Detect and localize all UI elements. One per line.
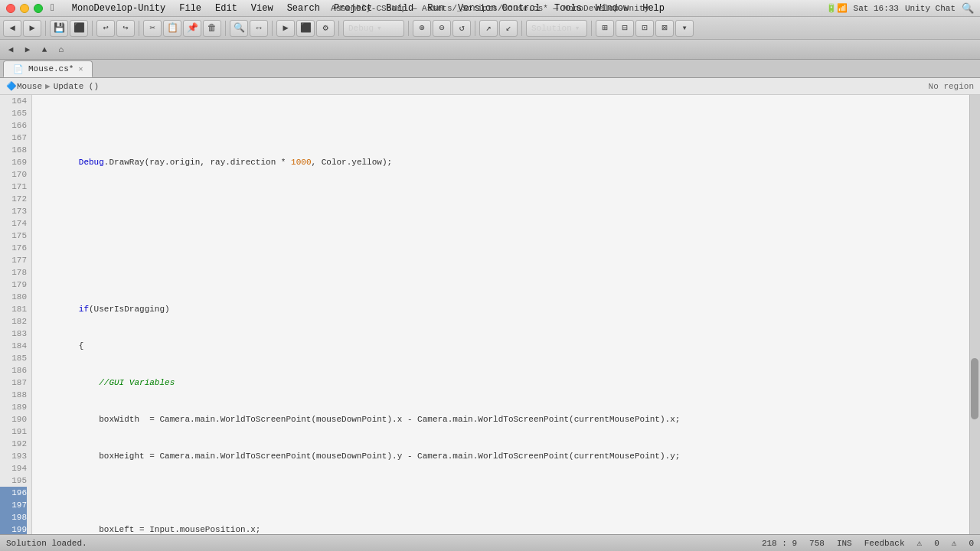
ln-175: 175 [0,230,27,242]
btn-i[interactable]: ⊠ [655,20,674,37]
status-text: Solution loaded. [6,539,87,548]
stop-button[interactable]: ⬛ [296,20,315,37]
copy-button[interactable]: 📋 [163,20,181,37]
build-button[interactable]: ▶ [276,20,295,37]
scroll-thumb[interactable] [971,358,978,419]
ln-197: 197 [0,499,27,511]
line-164 [38,119,963,132]
menu-view[interactable]: View [245,2,279,15]
sep8 [475,21,475,36]
line-numbers: 164 165 166 167 168 169 170 171 172 173 … [0,95,32,534]
ln-171: 171 [0,181,27,193]
statusbar: Solution loaded. 218 : 9 758 INS Feedbac… [0,534,980,551]
solution-dropdown[interactable]: Solution ▾ [526,20,587,37]
breadcrumb-class[interactable]: Mouse [17,82,42,91]
sep7 [408,21,409,36]
btn-j[interactable]: ▾ [675,20,694,37]
ln-174: 174 [0,217,27,230]
nav-up[interactable]: ▲ [37,42,52,57]
menu-edit[interactable]: Edit [209,2,243,15]
tools-button[interactable]: ⚙ [316,20,335,37]
nav-forward[interactable]: ▶ [20,42,35,57]
debug-dropdown[interactable]: Debug ▾ [343,20,404,37]
tab-close-button[interactable]: ✕ [78,64,83,73]
maximize-button[interactable] [34,4,43,13]
cut-button[interactable]: ✂ [143,20,162,37]
ln-169: 169 [0,156,27,168]
line-173: boxHeight = Camera.main.WorldToScreenPoi… [38,450,963,462]
btn-g[interactable]: ⊟ [616,20,634,37]
code-editor[interactable]: Debug.DrawRay(ray.origin, ray.direction … [32,95,969,534]
sep6 [338,21,339,36]
btn-c[interactable]: ↺ [452,20,471,37]
breadcrumb-method[interactable]: Update () [54,82,99,91]
window-title: Assembly-CSharp — Assets/_Scripts/Mouse.… [331,4,649,13]
btn-d[interactable]: ↗ [479,20,498,37]
apple-icon:  [51,2,57,14]
ln-186: 186 [0,364,27,377]
paste-button[interactable]: 📌 [183,20,201,37]
ln-176: 176 [0,242,27,254]
position-label: 218 : 9 [762,539,797,548]
statusbar-right: 218 : 9 758 INS Feedback ⚠ 0 ⚠ 0 [762,538,974,548]
scrollbar[interactable] [969,95,980,534]
redo-button[interactable]: ↪ [116,20,135,37]
line-165: Debug.DrawRay(ray.origin, ray.direction … [38,156,963,168]
search-icon[interactable]: 🔍 [962,2,974,15]
sep4 [225,21,226,36]
btn-a[interactable]: ⊕ [413,20,431,37]
search-tb-button[interactable]: 🔍 [230,20,248,37]
close-button[interactable] [6,4,15,13]
ln-168: 168 [0,144,27,156]
sep10 [591,21,592,36]
ln-164: 164 [0,95,27,107]
feedback-link[interactable]: Feedback [864,539,905,548]
ins-mode: INS [837,539,852,548]
delete-button[interactable]: 🗑 [203,20,221,37]
btn-h[interactable]: ⊡ [635,20,654,37]
menu-file[interactable]: File [173,2,207,15]
ln-191: 191 [0,425,27,438]
btn-f[interactable]: ⊞ [596,20,614,37]
menu-search[interactable]: Search [281,2,326,15]
line-171: //GUI Variables [38,377,963,389]
ln-187: 187 [0,377,27,389]
ln-198: 198 [0,511,27,523]
ln-167: 167 [0,132,27,144]
ln-189: 189 [0,401,27,413]
warning-count: 0 [969,539,974,548]
sep2 [92,21,93,36]
save-all-button[interactable]: ⬛ [70,20,88,37]
replace-button[interactable]: ↔ [250,20,268,37]
debug-label: Debug [348,24,374,33]
sep3 [139,21,139,36]
line-172: boxWidth = Camera.main.WorldToScreenPoin… [38,413,963,425]
col-label: 758 [809,539,825,548]
nav-home[interactable]: ⌂ [54,42,69,57]
tab-mousecs[interactable]: 📄 Mouse.cs* ✕ [3,60,93,77]
ln-183: 183 [0,328,27,340]
clock: Sat 16:33 [854,4,899,13]
minimize-button[interactable] [20,4,29,13]
ln-178: 178 [0,266,27,279]
back-button[interactable]: ◀ [3,20,21,37]
undo-button[interactable]: ↩ [96,20,115,37]
forward-button[interactable]: ▶ [23,20,41,37]
save-button[interactable]: 💾 [50,20,68,37]
ln-170: 170 [0,168,27,181]
sep1 [45,21,46,36]
unity-chat-label[interactable]: Unity Chat [905,4,956,13]
ln-185: 185 [0,352,27,364]
solution-label: Solution [531,24,572,33]
btn-e[interactable]: ↙ [499,20,518,37]
line-174 [38,487,963,499]
ln-182: 182 [0,315,27,328]
menu-monodevelop[interactable]: MonoDevelop-Unity [66,2,172,15]
line-170: { [38,340,963,352]
line-166 [38,193,963,205]
breadcrumb-icon: 🔷 [6,81,17,91]
nav-back[interactable]: ◀ [3,42,18,57]
btn-b[interactable]: ⊖ [433,20,451,37]
ln-195: 195 [0,474,27,487]
ln-199: 199 [0,523,27,534]
